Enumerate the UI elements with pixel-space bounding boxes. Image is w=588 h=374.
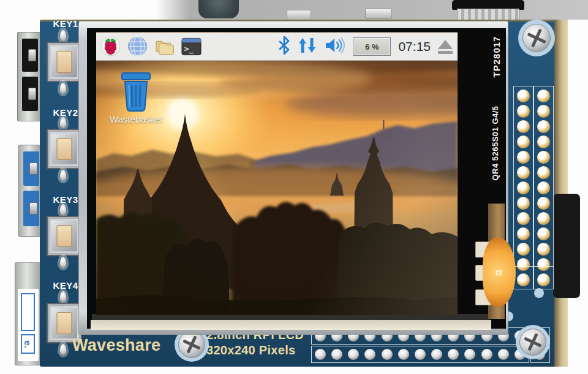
ethernet-sticker: e. (18, 289, 39, 361)
web-browser-icon[interactable] (127, 36, 148, 56)
gpio-hole (517, 135, 530, 148)
key4-cap[interactable] (57, 312, 72, 334)
raspberry-menu-icon[interactable] (100, 36, 121, 56)
gpio-hole (537, 151, 550, 164)
via-pad (534, 288, 544, 298)
key1-cap[interactable] (57, 51, 72, 73)
usb2-port (17, 32, 42, 121)
taskbar: >_ (96, 32, 458, 61)
gpio-hole (537, 273, 550, 286)
key3-button[interactable] (47, 216, 82, 256)
pcb-edge (554, 20, 568, 367)
gpio-holes-left (513, 90, 533, 286)
wastebasket-icon (118, 70, 154, 113)
eject-icon[interactable] (438, 40, 453, 54)
gpio-hole (537, 166, 550, 179)
usb-contact (28, 88, 36, 100)
gpio-hole (537, 120, 550, 133)
gpio-separator (513, 266, 554, 267)
screw-bottom-right (519, 329, 546, 356)
gpio-hole (537, 105, 550, 118)
serial-marking-text: QR4 5265S01 G4/5 (491, 105, 500, 180)
wastebasket-label[interactable]: Wastebasket (99, 114, 173, 124)
audio-jack (198, 0, 239, 18)
terminal-icon[interactable]: >_ (181, 36, 202, 56)
gpio-hole (537, 212, 550, 225)
lcd-display[interactable]: Wastebasket (96, 32, 458, 315)
gpio-hole (517, 273, 530, 286)
wastebasket-desktop-icon[interactable]: Wastebasket (99, 70, 173, 124)
sticker-box: e. (21, 334, 35, 354)
terminal-glyph: >_ (184, 44, 194, 53)
key3-cap[interactable] (57, 225, 72, 247)
key2-cap[interactable] (57, 138, 72, 160)
solder-joint (398, 349, 409, 360)
volume-icon[interactable] (325, 36, 345, 57)
file-manager-icon[interactable] (154, 36, 175, 56)
metal-clip (365, 9, 392, 19)
gpio-hole (517, 166, 530, 179)
usb-slot (23, 151, 39, 186)
key2-button[interactable] (47, 129, 82, 169)
usb-contact (28, 49, 36, 61)
solder-joint (498, 349, 509, 360)
usb-contact (29, 202, 37, 215)
solder-joint (382, 349, 393, 360)
button-pin (59, 256, 67, 269)
screw-top-right (522, 24, 551, 52)
cpu-monitor[interactable]: 6 % (353, 37, 391, 56)
sticker-text: e. (23, 340, 33, 348)
gpio-hole (517, 90, 530, 102)
product-photo: e. KEY1 KEY2 KEY3 KEY4 Waveshare 2.8inch… (0, 0, 588, 374)
button-pin (59, 29, 67, 42)
clock[interactable]: 07:15 (398, 39, 431, 54)
button-pin (59, 116, 67, 129)
taskbar-status: 6 % 07:15 (278, 36, 453, 57)
gpio-hole (537, 227, 550, 240)
eject-triangle (438, 40, 453, 49)
taskbar-launchers: >_ (100, 36, 202, 56)
button-pin (59, 169, 67, 181)
solder-joint (364, 349, 375, 360)
gpio-hole (517, 227, 530, 240)
side-connector (553, 194, 580, 298)
usb-contact (29, 162, 37, 175)
usb-slot (22, 77, 38, 111)
solder-joint (331, 349, 342, 360)
gpio-hole (517, 212, 530, 225)
gpio-hole (517, 151, 530, 164)
solder-joint (448, 349, 459, 360)
gpio-hole (537, 197, 550, 210)
usb3-port (18, 145, 42, 237)
gpio-hole (517, 197, 530, 210)
flex-cable: 23 (483, 238, 516, 307)
solder-joint (415, 349, 426, 360)
resolution-text: 320x240 Pixels (206, 343, 295, 357)
gpio-hole (517, 258, 530, 271)
solder-joint (348, 349, 359, 360)
network-arrows-icon[interactable] (298, 36, 317, 57)
metal-clip (287, 10, 311, 20)
button-pin (59, 82, 67, 94)
gpio-hole (537, 90, 550, 102)
solder-row-bottom (311, 346, 529, 363)
cpu-usage-value: 6 % (365, 42, 379, 52)
gpio-hole (537, 181, 550, 194)
solder-joint (464, 349, 475, 360)
key1-button[interactable] (47, 42, 82, 82)
gpio-hole (517, 105, 530, 118)
usb-slot (23, 191, 39, 226)
screw-bottom-left (178, 331, 205, 358)
bluetooth-icon[interactable] (278, 36, 290, 57)
sticker-box (21, 293, 35, 331)
brand-text: Waveshare (72, 336, 160, 355)
ethernet-port: e. (15, 262, 42, 365)
gpio-hole (517, 243, 530, 256)
serial-marking: QR4 5265S01 G4/5 (486, 77, 503, 209)
gpio-hole (517, 181, 530, 194)
flex-cable-marking-text: 23 (496, 269, 502, 276)
usb-slot (22, 39, 38, 72)
solder-joint (431, 349, 442, 360)
gpio-hole (537, 243, 550, 256)
solder-joint (481, 349, 492, 360)
